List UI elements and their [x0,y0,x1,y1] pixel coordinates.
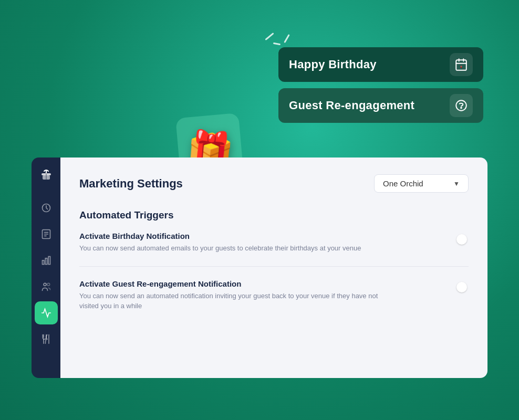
section-title-automated-triggers: Automated Triggers [79,209,469,221]
venue-dropdown[interactable]: One Orchid ▼ [374,174,469,193]
sidebar-item-contact[interactable] [35,223,58,246]
reengagement-trigger-row: Activate Guest Re-engagement Notificatio… [79,279,469,311]
sidebar-item-clock[interactable] [35,196,58,219]
sidebar-item-analytics[interactable] [35,249,58,272]
decoration-spark-1 [265,33,274,40]
sidebar-item-marketing[interactable] [35,301,58,324]
sidebar-item-users[interactable] [35,275,58,298]
decoration-spark-2 [273,43,281,45]
sidebar-logo [37,166,56,185]
chevron-down-icon: ▼ [453,180,460,187]
birthday-card-icon [450,53,473,76]
reengagement-toggle-thumb [456,282,467,292]
birthday-trigger-item: Activate Birthday Notification You can n… [79,232,469,267]
page-title: Marketing Settings [79,177,183,191]
svg-point-5 [461,107,462,108]
birthday-trigger-row: Activate Birthday Notification You can n… [79,232,469,254]
reengagement-card-title: Guest Re-engagement [289,99,414,112]
svg-rect-16 [48,257,50,265]
birthday-trigger-name: Activate Birthday Notification [79,232,460,240]
birthday-notification-card[interactable]: Happy Birthday [278,47,483,82]
reengagement-trigger-name: Activate Guest Re-engagement Notificatio… [79,279,460,288]
svg-rect-14 [42,260,44,265]
birthday-toggle-thumb [456,234,467,245]
reengagement-card-icon [450,94,473,117]
svg-point-4 [456,100,466,111]
reengagement-notification-card[interactable]: Guest Re-engagement [278,88,483,123]
birthday-trigger-content: Activate Birthday Notification You can n… [79,232,460,254]
dropdown-selected-value: One Orchid [383,179,423,188]
sidebar-item-restaurant[interactable] [35,328,58,351]
reengagement-trigger-description: You can now send an automated notificati… [79,291,395,311]
reengagement-trigger-content: Activate Guest Re-engagement Notificatio… [79,279,460,311]
main-card: Marketing Settings One Orchid ▼ Automate… [60,158,487,378]
birthday-card-title: Happy Birthday [289,58,377,71]
svg-rect-0 [456,60,466,70]
svg-rect-15 [45,258,47,265]
card-header: Marketing Settings One Orchid ▼ [79,174,469,193]
sidebar [32,158,60,378]
svg-point-18 [47,283,49,286]
reengagement-trigger-item: Activate Guest Re-engagement Notificatio… [79,279,469,324]
svg-point-17 [44,283,46,286]
notification-cards: Happy Birthday Guest Re-engagement [278,47,483,123]
decoration-spark-3 [284,34,290,43]
birthday-trigger-description: You can now send automated emails to you… [79,243,395,254]
